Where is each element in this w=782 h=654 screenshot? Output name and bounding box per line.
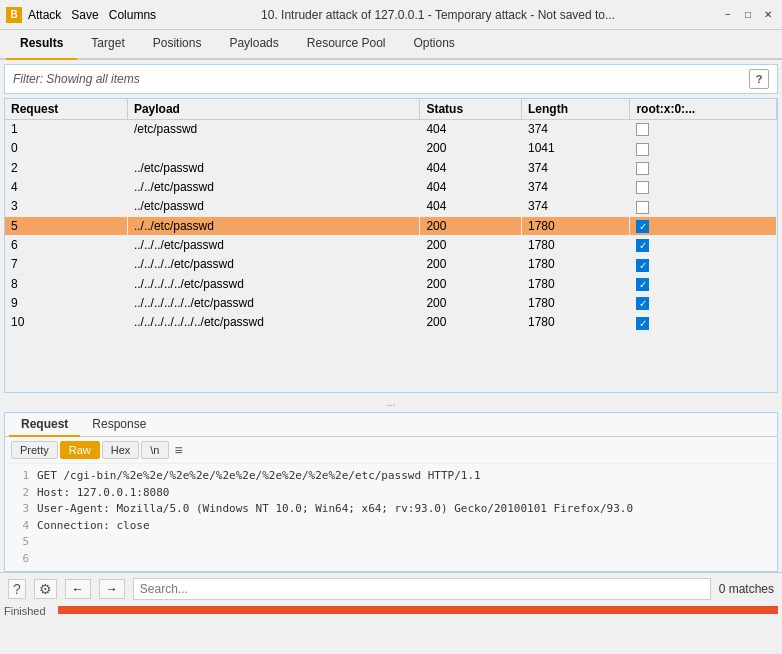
filter-bar: Filter: Showing all items ? xyxy=(4,64,778,94)
next-button[interactable]: → xyxy=(99,579,125,599)
cell-checkbox[interactable]: ✓ xyxy=(630,216,777,235)
table-row[interactable]: 7../../../../etc/passwd2001780✓ xyxy=(5,255,777,274)
cell-checkbox[interactable] xyxy=(630,139,777,158)
cell-checkbox[interactable]: ✓ xyxy=(630,255,777,274)
line-number: 4 xyxy=(13,518,29,535)
tab-options[interactable]: Options xyxy=(400,30,469,60)
cell-request: 7 xyxy=(5,255,127,274)
menu-save[interactable]: Save xyxy=(71,8,98,22)
matches-badge: 0 matches xyxy=(719,582,774,596)
tab-target[interactable]: Target xyxy=(77,30,138,60)
table-row[interactable]: 8../../../../../etc/passwd2001780✓ xyxy=(5,274,777,293)
table-row[interactable]: 10../../../../../../../etc/passwd2001780… xyxy=(5,313,777,332)
cell-checkbox[interactable]: ✓ xyxy=(630,235,777,254)
finished-label: Finished xyxy=(0,605,50,617)
cell-length: 1041 xyxy=(522,139,630,158)
help-icon-button[interactable]: ? xyxy=(8,579,26,599)
cell-checkbox[interactable] xyxy=(630,120,777,139)
search-input[interactable] xyxy=(133,578,711,600)
table-row[interactable]: 02001041 xyxy=(5,139,777,158)
cell-length: 374 xyxy=(522,197,630,216)
line-number: 5 xyxy=(13,534,29,551)
col-payload[interactable]: Payload xyxy=(127,99,420,120)
cell-request: 0 xyxy=(5,139,127,158)
cell-payload: ../etc/passwd xyxy=(127,197,420,216)
cell-request: 1 xyxy=(5,120,127,139)
table-row[interactable]: 4../../etc/passwd404374 xyxy=(5,177,777,196)
col-request[interactable]: Request xyxy=(5,99,127,120)
tab-results[interactable]: Results xyxy=(6,30,77,60)
table-row[interactable]: 2../etc/passwd404374 xyxy=(5,158,777,177)
code-line: 4Connection: close xyxy=(13,518,769,535)
col-status[interactable]: Status xyxy=(420,99,522,120)
menu-columns[interactable]: Columns xyxy=(109,8,156,22)
minimize-button[interactable]: − xyxy=(720,7,736,23)
line-number: 2 xyxy=(13,485,29,502)
prev-button[interactable]: ← xyxy=(65,579,91,599)
cell-checkbox[interactable]: ✓ xyxy=(630,274,777,293)
format-pretty-button[interactable]: Pretty xyxy=(11,441,58,459)
table-row[interactable]: 5../../etc/passwd2001780✓ xyxy=(5,216,777,235)
table-row[interactable]: 9../../../../../../etc/passwd2001780✓ xyxy=(5,293,777,312)
cell-status: 404 xyxy=(420,158,522,177)
tab-positions[interactable]: Positions xyxy=(139,30,216,60)
tab-payloads[interactable]: Payloads xyxy=(215,30,292,60)
tab-bar: Results Target Positions Payloads Resour… xyxy=(0,30,782,60)
filter-help-button[interactable]: ? xyxy=(749,69,769,89)
format-hex-button[interactable]: Hex xyxy=(102,441,140,459)
format-newline-button[interactable]: \n xyxy=(141,441,168,459)
format-tabs: Pretty Raw Hex \n ≡ xyxy=(5,437,777,464)
col-length[interactable]: Length xyxy=(522,99,630,120)
cell-request: 9 xyxy=(5,293,127,312)
cell-checkbox[interactable]: ✓ xyxy=(630,313,777,332)
table-row[interactable]: 1/etc/passwd404374 xyxy=(5,120,777,139)
code-line: 2Host: 127.0.0.1:8080 xyxy=(13,485,769,502)
cell-payload: ../../../../../etc/passwd xyxy=(127,274,420,293)
status-bar: ? ⚙ ← → 0 matches xyxy=(0,572,782,604)
cell-length: 374 xyxy=(522,158,630,177)
cell-status: 404 xyxy=(420,177,522,196)
panel-tab-response[interactable]: Response xyxy=(80,413,158,437)
results-table: Request Payload Status Length root:x:0:.… xyxy=(5,99,777,333)
code-line: 5 xyxy=(13,534,769,551)
results-table-wrapper: Request Payload Status Length root:x:0:.… xyxy=(4,98,778,393)
cell-checkbox[interactable]: ✓ xyxy=(630,293,777,312)
cell-length: 374 xyxy=(522,120,630,139)
menu-attack[interactable]: Attack xyxy=(28,8,61,22)
filter-text: Filter: Showing all items xyxy=(13,72,749,86)
settings-icon-button[interactable]: ⚙ xyxy=(34,579,57,599)
code-line: 3User-Agent: Mozilla/5.0 (Windows NT 10.… xyxy=(13,501,769,518)
cell-checkbox[interactable] xyxy=(630,197,777,216)
col-root[interactable]: root:x:0:... xyxy=(630,99,777,120)
cell-checkbox[interactable] xyxy=(630,158,777,177)
line-text: User-Agent: Mozilla/5.0 (Windows NT 10.0… xyxy=(37,501,633,518)
title-bar: B Attack Save Columns 10. Intruder attac… xyxy=(0,0,782,30)
cell-checkbox[interactable] xyxy=(630,177,777,196)
cell-payload: ../../etc/passwd xyxy=(127,177,420,196)
cell-length: 374 xyxy=(522,177,630,196)
cell-status: 200 xyxy=(420,139,522,158)
cell-payload xyxy=(127,139,420,158)
cell-length: 1780 xyxy=(522,313,630,332)
cell-status: 200 xyxy=(420,313,522,332)
panel-tab-request[interactable]: Request xyxy=(9,413,80,437)
cell-request: 6 xyxy=(5,235,127,254)
panel-tabs: Request Response xyxy=(5,413,777,437)
cell-length: 1780 xyxy=(522,293,630,312)
line-text: Connection: close xyxy=(37,518,150,535)
format-menu-icon[interactable]: ≡ xyxy=(171,442,187,458)
cell-payload: ../../etc/passwd xyxy=(127,216,420,235)
table-row[interactable]: 3../etc/passwd404374 xyxy=(5,197,777,216)
maximize-button[interactable]: □ xyxy=(740,7,756,23)
cell-length: 1780 xyxy=(522,274,630,293)
cell-payload: ../../../../../../etc/passwd xyxy=(127,293,420,312)
bottom-status-row: Finished xyxy=(0,604,782,618)
tab-resource-pool[interactable]: Resource Pool xyxy=(293,30,400,60)
cell-request: 10 xyxy=(5,313,127,332)
format-raw-button[interactable]: Raw xyxy=(60,441,100,459)
close-button[interactable]: ✕ xyxy=(760,7,776,23)
cell-request: 2 xyxy=(5,158,127,177)
cell-request: 8 xyxy=(5,274,127,293)
line-number: 6 xyxy=(13,551,29,568)
table-row[interactable]: 6../../../etc/passwd2001780✓ xyxy=(5,235,777,254)
